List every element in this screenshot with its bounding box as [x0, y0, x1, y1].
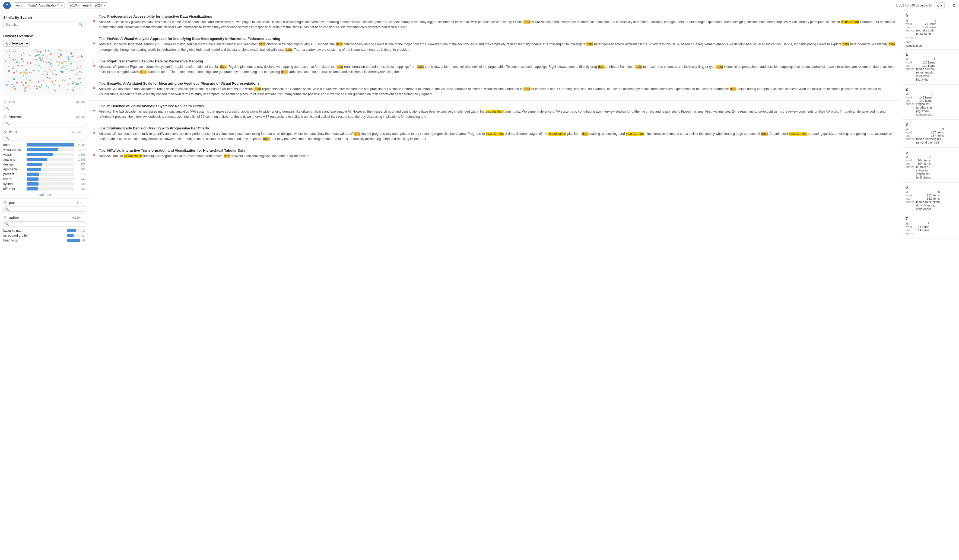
- field-abstract-search[interactable]: 🔍: [3, 121, 86, 126]
- word-label: analysis: [3, 158, 25, 161]
- field-title-search-icon: 🔍: [5, 107, 9, 110]
- word-bars: data 2,989 visualization 1,970 visual 1,…: [0, 142, 89, 191]
- field-word-search-input[interactable]: [10, 137, 84, 140]
- word-label: different: [3, 187, 25, 191]
- word-bar-row[interactable]: present 810: [0, 172, 89, 177]
- meta-author: laura south: [916, 32, 936, 35]
- field-author-header[interactable]: C author [6,519] ⋮: [0, 213, 89, 221]
- word-bar-row[interactable]: approach 885: [0, 167, 89, 172]
- word-bar-fill: [27, 158, 47, 161]
- author-row[interactable]: kwan-liu ma 32: [0, 228, 89, 233]
- expand-arrow[interactable]: ›: [93, 15, 94, 19]
- word-label: system: [3, 182, 25, 186]
- expand-arrow[interactable]: ›: [93, 127, 94, 131]
- word-count: 975: [76, 163, 86, 166]
- field-abstract-type: T: [3, 115, 7, 119]
- author-row[interactable]: huamin qu 49: [0, 238, 89, 243]
- word-count: 730: [76, 187, 86, 191]
- author-row[interactable]: m. eduard gröller 24: [0, 233, 89, 238]
- sort-select[interactable]: id ▾: [935, 2, 945, 8]
- expand-arrow[interactable]: ›: [93, 82, 94, 86]
- word-bar-fill: [27, 187, 38, 191]
- similarity-search-section: Similarity Search 🔍: [0, 14, 89, 32]
- topbar: T word == "data", "visualization" × 2010…: [0, 0, 959, 11]
- conference-dropdown[interactable]: Conference: [3, 40, 30, 47]
- word-bar-row[interactable]: different 730: [0, 186, 89, 191]
- sort-up-icon[interactable]: ↑: [947, 3, 949, 8]
- field-word-count: [23,983]: [70, 130, 81, 134]
- meta-authors: jean-daniel feketedominik moritzchristop…: [916, 200, 940, 210]
- result-abstract: Abstract: We conduct a user study to qua…: [99, 131, 898, 142]
- word-label: approach: [3, 167, 25, 171]
- meta-author: shixia liu: [916, 169, 930, 172]
- result-body: Title: In Defence of Visual Analytics Sy…: [99, 104, 898, 119]
- expand-arrow[interactable]: ›: [93, 60, 94, 64]
- field-title-header[interactable]: T Title [3,548]: [0, 98, 89, 106]
- field-author-search[interactable]: 🔍: [3, 221, 86, 227]
- field-pos-sort-icon[interactable]: ⋮: [82, 201, 86, 205]
- field-title-search[interactable]: 🔍: [3, 106, 86, 111]
- result-abstract: Abstract: Horizontal federated learning …: [99, 42, 898, 52]
- field-author-search-input[interactable]: [10, 223, 84, 226]
- similarity-search-input[interactable]: [6, 23, 77, 27]
- field-title-count: [3,548]: [76, 100, 86, 103]
- meta-author: huamin qu: [916, 165, 930, 169]
- field-title-search-input[interactable]: [10, 107, 84, 110]
- pin-icon[interactable]: 📍: [92, 42, 96, 46]
- author-name: kwan-liu ma: [3, 229, 21, 232]
- field-word-search[interactable]: 🔍: [3, 136, 86, 141]
- word-bar-row[interactable]: design 975: [0, 162, 89, 167]
- expand-arrow[interactable]: ›: [93, 149, 94, 153]
- field-word-sort-icon[interactable]: ⋮: [82, 130, 86, 134]
- filter-year-pill[interactable]: 2010 <= Year <= 2024 ×: [67, 2, 108, 8]
- filter-word-close[interactable]: ×: [60, 3, 62, 7]
- search-icon: 🔍: [79, 22, 83, 27]
- field-abstract-search-input[interactable]: [10, 122, 84, 125]
- pin-icon[interactable]: 📍: [92, 20, 96, 24]
- conference-dropdown-row: Conference: [3, 40, 86, 47]
- word-bar-fill: [27, 143, 74, 146]
- pin-icon[interactable]: 📍: [92, 110, 96, 113]
- field-abstract-name: Abstract: [9, 115, 22, 119]
- field-pos-search-input[interactable]: [10, 208, 84, 211]
- field-title-section: T Title [3,548] 🔍: [0, 98, 89, 113]
- filter-year-close[interactable]: ×: [104, 3, 105, 7]
- field-pos-header[interactable]: C pos [17] ⋮: [0, 199, 89, 207]
- pin-icon[interactable]: 📍: [92, 154, 96, 158]
- pin-icon[interactable]: 📍: [92, 87, 96, 91]
- meta-author: funji cheng: [916, 176, 930, 179]
- meta-author: jiayi zhou: [916, 109, 932, 113]
- author-count: 32: [82, 229, 86, 232]
- word-count: 885: [76, 168, 86, 171]
- word-bar-row[interactable]: system 733: [0, 181, 89, 186]
- scatter-map: [3, 49, 86, 95]
- field-abstract-header[interactable]: T Abstract [3,548]: [0, 113, 89, 121]
- meta-id: 1: [906, 52, 956, 56]
- pin-icon[interactable]: 📍: [92, 132, 96, 136]
- word-label: visual: [3, 153, 25, 157]
- meta-id: 6: [906, 185, 956, 189]
- word-bar-row[interactable]: visual 1,668: [0, 152, 89, 157]
- result-title: Title: Studying Early Decision Making wi…: [99, 126, 898, 130]
- word-bar-row[interactable]: analysis 1,246: [0, 157, 89, 162]
- meta-author: tobias isenberg 0001: [916, 137, 944, 140]
- settings-icon[interactable]: ⚙: [952, 3, 956, 8]
- field-pos-search[interactable]: 🔍: [3, 207, 86, 212]
- pin-icon[interactable]: 📍: [92, 65, 96, 68]
- load-more-button[interactable]: Load more: [0, 191, 89, 198]
- result-item: › 📍 Title: In Defence of Visual Analytic…: [89, 101, 902, 123]
- similarity-search-box[interactable]: 🔍: [3, 21, 86, 28]
- field-pos-name: pos: [9, 200, 15, 205]
- field-author-sort-icon[interactable]: ⋮: [82, 216, 86, 220]
- expand-arrow[interactable]: ›: [93, 37, 94, 41]
- meta-author: jiazhi xia: [916, 78, 935, 81]
- word-bar-row[interactable]: data 2,989: [0, 142, 89, 147]
- filter-word-pill[interactable]: word == "data", "visualization" ×: [13, 2, 65, 8]
- field-abstract-search-icon: 🔍: [5, 122, 9, 125]
- word-bar-row[interactable]: users 747: [0, 177, 89, 181]
- word-bar-row[interactable]: visualization 1,970: [0, 147, 89, 152]
- word-bar-bg: [27, 173, 74, 176]
- field-word-header[interactable]: C word [23,983] ⋮: [0, 128, 89, 136]
- word-bar-bg: [27, 148, 74, 151]
- expand-arrow[interactable]: ›: [93, 105, 94, 108]
